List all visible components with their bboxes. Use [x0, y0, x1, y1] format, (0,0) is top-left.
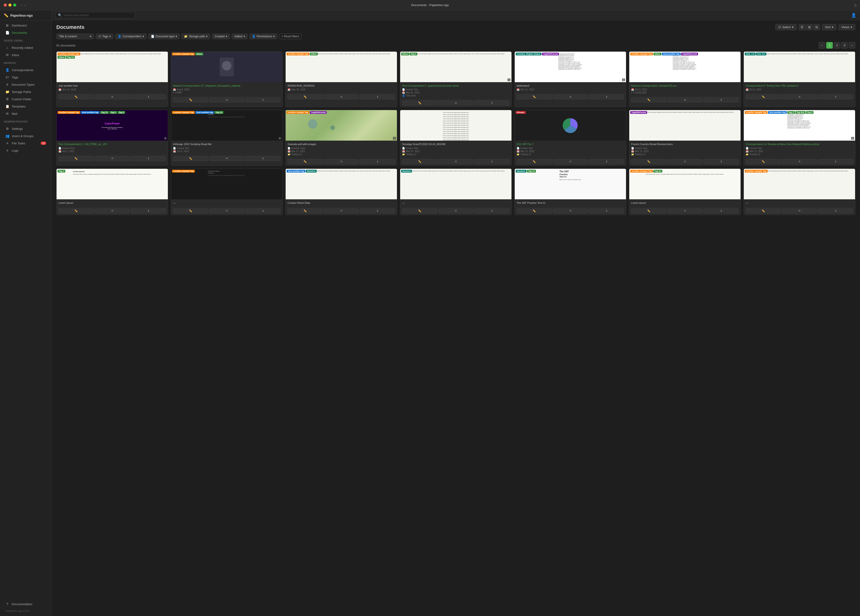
download-doc-button[interactable]: ⬇	[245, 156, 281, 161]
doc-card-16[interactable]: InDesign ScriptingRead Me Lorem ipsum do…	[171, 168, 282, 215]
forward-button[interactable]: ›	[24, 3, 25, 7]
doc-title[interactable]: —	[746, 201, 853, 204]
download-doc-button[interactable]: ⬇	[703, 97, 739, 102]
download-doc-button[interactable]: ⬇	[131, 94, 166, 99]
page-1-button[interactable]: 1	[826, 42, 833, 49]
preview-doc-button[interactable]: 👁	[209, 209, 244, 214]
preview-doc-button[interactable]: 👁	[782, 209, 817, 214]
download-doc-button[interactable]: ⬇	[589, 159, 624, 164]
minimize-button[interactable]	[8, 3, 11, 6]
close-button[interactable]	[4, 3, 7, 6]
edit-doc-button[interactable]: ✏️	[631, 209, 666, 214]
download-doc-button[interactable]: ⬇	[360, 159, 395, 164]
doc-card-12[interactable]: Private: 2011 BP Pie 2 📄Invoice Test📅Mar…	[515, 110, 626, 165]
sidebar-item-file-tasks[interactable]: ≡ File Tasks 16	[2, 140, 50, 147]
edit-doc-button[interactable]: ✏️	[402, 101, 437, 105]
edit-doc-button[interactable]: ✏️	[516, 94, 552, 99]
sidebar-item-custom-fields[interactable]: ⚙ Custom Fields	[2, 96, 50, 102]
doc-card-11[interactable]: This is a test for the double space char…	[400, 110, 512, 165]
download-doc-button[interactable]: ⬇	[589, 94, 624, 99]
download-doc-button[interactable]: ⬇	[131, 156, 166, 161]
document-type-filter-button[interactable]: 📄 Document type ▾	[148, 34, 180, 39]
download-doc-button[interactable]: ⬇	[818, 159, 853, 164]
preview-doc-button[interactable]: 👁	[209, 97, 244, 102]
preview-doc-button[interactable]: 👁	[438, 159, 474, 164]
doc-title[interactable]: The SAT Practice Test #1	[516, 201, 624, 204]
doc-card-20[interactable]: Lorem ipsum Lorem ipsum dolor sit amet, …	[629, 168, 741, 215]
preview-doc-button[interactable]: 👁	[94, 94, 130, 99]
preview-doc-button[interactable]: 👁	[324, 159, 359, 164]
doc-card-6[interactable]: Serial Number Company Name Empire9781599…	[629, 52, 741, 107]
doc-card-8[interactable]: CyberPower PowerPanel® Business EditionU…	[56, 110, 168, 165]
preview-doc-button[interactable]: 👁	[324, 94, 359, 99]
download-doc-button[interactable]: ⬇	[818, 94, 853, 99]
doc-title[interactable]: —	[402, 201, 510, 204]
doc-card-21[interactable]: Lorem ipsum dolor sit amet consectetur a…	[744, 168, 855, 215]
preview-doc-button[interactable]: 👁	[438, 101, 474, 105]
maximize-button[interactable]	[13, 3, 16, 6]
user-avatar[interactable]: 👤	[851, 13, 856, 18]
preview-doc-button[interactable]: 👁	[94, 209, 130, 214]
edit-doc-button[interactable]: ✏️	[746, 159, 781, 164]
preview-doc-button[interactable]: 👁	[553, 209, 588, 214]
preview-doc-button[interactable]: 👁	[209, 156, 244, 161]
edit-doc-button[interactable]: ✏️	[287, 94, 323, 99]
download-doc-button[interactable]: ⬇	[360, 209, 395, 214]
doc-title[interactable]: Correspondent 9: Testing New Title Updat…	[746, 84, 853, 87]
search-box[interactable]: 🔍	[55, 12, 135, 18]
storage-path-filter-button[interactable]: 📁 Storage path ▾	[181, 34, 210, 39]
sidebar-item-storage-paths[interactable]: 📁 Storage Paths	[2, 88, 50, 95]
reset-filters-button[interactable]: × Reset filters	[279, 34, 301, 39]
page-2-button[interactable]: 2	[834, 42, 840, 49]
edit-doc-button[interactable]: ✏️	[287, 209, 323, 214]
edit-doc-button[interactable]: ✏️	[516, 209, 552, 214]
preview-doc-button[interactable]: 👁	[667, 209, 703, 214]
edit-doc-button[interactable]: ✏️	[631, 159, 666, 164]
edit-doc-button[interactable]: ✏️	[58, 94, 94, 99]
added-filter-button[interactable]: Added ▾	[232, 34, 248, 39]
doc-title[interactable]: —	[173, 201, 281, 204]
preview-doc-button[interactable]: 👁	[553, 159, 588, 164]
traffic-lights[interactable]	[4, 3, 16, 6]
edit-doc-button[interactable]: ✏️	[287, 159, 323, 164]
sidebar-item-dashboard[interactable]: ⊞ Dashboard	[2, 22, 50, 29]
doc-title[interactable]: 2011 BP Pie 2	[516, 143, 624, 146]
download-doc-button[interactable]: ⬇	[474, 209, 510, 214]
sidebar-item-document-types[interactable]: # Document Types	[2, 81, 50, 88]
doc-card-19[interactable]: The SAT Practice Test #1 Make time to ta…	[515, 168, 626, 215]
preview-doc-button[interactable]: 👁	[324, 209, 359, 214]
back-button[interactable]: ‹	[21, 3, 22, 7]
download-doc-button[interactable]: ⬇	[131, 209, 166, 214]
download-doc-button[interactable]: ⬇	[474, 159, 510, 164]
edit-doc-button[interactable]: ✏️	[746, 209, 781, 214]
edit-doc-button[interactable]: ✏️	[402, 159, 437, 164]
doc-title[interactable]: tablerates2	[516, 84, 624, 87]
edit-doc-button[interactable]: ✏️	[173, 209, 208, 214]
permissions-filter-button[interactable]: 👤 Permissions ▾	[250, 34, 277, 39]
sidebar-item-mail[interactable]: ✉ Mail	[2, 110, 50, 117]
views-button[interactable]: Views ▾	[838, 24, 855, 30]
download-doc-button[interactable]: ⬇	[818, 209, 853, 214]
doc-card-3[interactable]: Lorem ipsum dolor sit amet consectetur a…	[286, 52, 397, 107]
doc-card-7[interactable]: Lorem ipsum dolor sit amet consectetur a…	[744, 52, 855, 107]
doc-title[interactable]: Contact Sheet Data	[287, 201, 395, 204]
next-page-button[interactable]: ›	[849, 42, 855, 49]
doc-card-18[interactable]: Lorem ipsum dolor sit amet consectetur a…	[400, 168, 512, 215]
doc-card-15[interactable]: Lorem ipsum Lorem ipsum dolor sit amet, …	[56, 168, 168, 215]
title-content-filter[interactable]: Title & content ▾	[56, 34, 94, 39]
prev-page-button[interactable]: ‹	[819, 42, 825, 49]
download-doc-button[interactable]: ⬇	[703, 209, 739, 214]
doc-title[interactable]: Lorem ipsum	[631, 201, 739, 204]
edit-doc-button[interactable]: ✏️	[746, 94, 781, 99]
doc-card-17[interactable]: Lorem ipsum dolor sit amet consectetur a…	[286, 168, 397, 215]
doc-card-5[interactable]: Serial Number Company Name Empire9781599…	[515, 52, 626, 107]
sidebar-item-documentation[interactable]: ? Documentation	[2, 600, 50, 608]
sidebar-item-templates[interactable]: 📋 Templates	[2, 103, 50, 110]
doc-title[interactable]: 2sample-pdf-with-images	[287, 143, 395, 146]
doc-title[interactable]: French Country Bread Revised.docx	[631, 143, 739, 146]
doc-card-2[interactable]: Another Sample TagInbox Newest Correspon…	[171, 52, 282, 107]
doc-card-1[interactable]: Lorem ipsum dolor sit amet consectetur a…	[56, 52, 168, 107]
edit-doc-button[interactable]: ✏️	[516, 159, 552, 164]
preview-doc-button[interactable]: 👁	[94, 156, 130, 161]
sidebar-item-documents[interactable]: 📄 Documents	[2, 29, 50, 36]
